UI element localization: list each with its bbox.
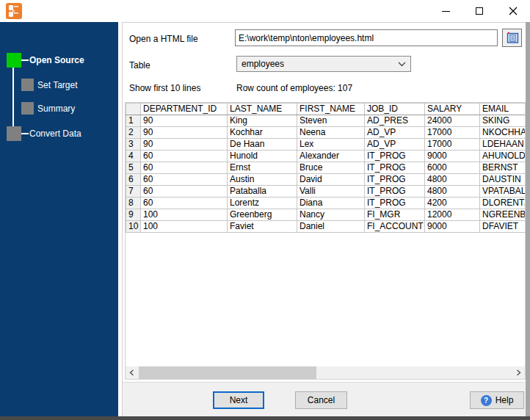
horizontal-scrollbar[interactable] <box>126 366 525 379</box>
browse-button[interactable] <box>502 29 522 47</box>
open-file-dialog-icon <box>506 32 519 44</box>
row-number: 3 <box>126 139 141 151</box>
grid-column-header[interactable]: SALARY <box>425 104 480 115</box>
cell: Lorentz <box>228 198 297 209</box>
cell: 4200 <box>425 198 480 209</box>
close-icon <box>509 7 518 15</box>
scroll-left-button[interactable] <box>126 366 138 379</box>
cell: 60 <box>141 151 228 162</box>
cell: 60 <box>141 162 228 174</box>
cell: 12000 <box>425 209 480 221</box>
row-number: 1 <box>126 115 141 127</box>
scrollbar-thumb[interactable] <box>139 366 316 379</box>
sidebar-item-summary: Summary <box>37 104 75 114</box>
cell: 4800 <box>425 174 480 186</box>
cell: VPATABAL <box>480 186 526 198</box>
table-row[interactable]: 460HunoldAlexanderIT_PROG9000AHUNOLD <box>126 151 526 162</box>
step-indicator-convert-data <box>7 126 21 141</box>
row-number: 10 <box>126 221 141 233</box>
grid-body: 190KingStevenAD_PRES24000SKING290Kochhar… <box>126 115 526 233</box>
row-number: 6 <box>126 174 141 186</box>
maximize-button[interactable] <box>462 0 496 22</box>
help-button-label: Help <box>495 395 514 405</box>
cell: 9000 <box>425 221 480 233</box>
cell: LDEHAAN <box>480 139 526 151</box>
table-row[interactable]: 560ErnstBruceIT_PROG6000BERNST <box>126 162 526 174</box>
cell: 24000 <box>425 115 480 127</box>
row-number: 4 <box>126 151 141 162</box>
cell: 17000 <box>425 139 480 151</box>
minimize-button[interactable] <box>429 0 462 22</box>
table-row[interactable]: 10100FavietDanielFI_ACCOUNT9000DFAVIET <box>126 221 526 233</box>
cell: Alexander <box>297 151 365 162</box>
table-row[interactable]: 660AustinDavidIT_PROG4800DAUSTIN <box>126 174 526 186</box>
cell: Steven <box>297 115 365 127</box>
cell: IT_PROG <box>365 186 425 198</box>
grid-corner <box>126 104 141 115</box>
cell: 90 <box>141 139 228 151</box>
cell: DLORENTZ <box>480 198 526 209</box>
next-button[interactable]: Next <box>213 391 264 409</box>
cell: Valli <box>297 186 365 198</box>
cell: Greenberg <box>228 209 297 221</box>
minimize-icon <box>442 11 450 12</box>
cell: FI_ACCOUNT <box>365 221 425 233</box>
chevron-down-icon <box>398 62 406 67</box>
chevron-right-icon <box>516 369 521 376</box>
grid-column-header[interactable]: FIRST_NAME <box>297 104 365 115</box>
title-bar[interactable] <box>0 0 530 22</box>
data-preview-grid: DEPARTMENT_IDLAST_NAMEFIRST_NAMEJOB_IDSA… <box>125 102 526 380</box>
cell: Austin <box>228 174 297 186</box>
cell: 9000 <box>425 151 480 162</box>
cell: 90 <box>141 115 228 127</box>
cell: SKING <box>480 115 526 127</box>
sidebar-item-open-source: Open Source <box>29 55 84 65</box>
row-number: 5 <box>126 162 141 174</box>
cell: 90 <box>141 127 228 139</box>
table-row[interactable]: 390De HaanLexAD_VP17000LDEHAAN <box>126 139 526 151</box>
window-right-edge <box>526 22 530 416</box>
grid-column-header[interactable]: LAST_NAME <box>228 104 297 115</box>
cell: 100 <box>141 209 228 221</box>
cell: 100 <box>141 221 228 233</box>
cell: Nancy <box>297 209 365 221</box>
row-number: 8 <box>126 198 141 209</box>
button-bar: Next Cancel ? Help <box>123 382 526 416</box>
cell: IT_PROG <box>365 198 425 209</box>
cell: King <box>228 115 297 127</box>
cell: DAUSTIN <box>480 174 526 186</box>
cell: 6000 <box>425 162 480 174</box>
scroll-right-button[interactable] <box>512 366 525 379</box>
table-row[interactable]: 860LorentzDianaIT_PROG4200DLORENTZ <box>126 198 526 209</box>
step-connector-stub <box>21 133 29 134</box>
step-connector-line <box>12 68 14 128</box>
window-controls <box>429 0 530 22</box>
cell: AD_VP <box>365 139 425 151</box>
app-icon <box>6 3 22 19</box>
cancel-button[interactable]: Cancel <box>295 391 347 409</box>
maximize-icon <box>476 7 483 15</box>
row-number: 9 <box>126 209 141 221</box>
table-row[interactable]: 760PataballaValliIT_PROG4800VPATABAL <box>126 186 526 198</box>
cell: Bruce <box>297 162 365 174</box>
grid-column-header[interactable]: EMAIL <box>480 104 526 115</box>
table-select[interactable]: employees <box>236 56 411 72</box>
table-select-value: employees <box>242 59 284 69</box>
cell: 60 <box>141 198 228 209</box>
close-button[interactable] <box>496 0 530 22</box>
wizard-step-panel: Open Source Set Target Summary Convert D… <box>0 22 118 416</box>
step-indicator-summary <box>21 102 34 115</box>
row-number: 7 <box>126 186 141 198</box>
cell: Lex <box>297 139 365 151</box>
grid-column-header[interactable]: DEPARTMENT_ID <box>141 104 228 115</box>
file-path-input[interactable] <box>235 29 498 46</box>
table-row[interactable]: 290KochharNeenaAD_VP17000NKOCHHAR <box>126 127 526 139</box>
cell: Neena <box>297 127 365 139</box>
cell: 4800 <box>425 186 480 198</box>
cell: Hunold <box>228 151 297 162</box>
help-button[interactable]: ? Help <box>470 391 524 409</box>
cell: Pataballa <box>228 186 297 198</box>
grid-column-header[interactable]: JOB_ID <box>365 104 425 115</box>
table-row[interactable]: 9100GreenbergNancyFI_MGR12000NGREENBE <box>126 209 526 221</box>
table-row[interactable]: 190KingStevenAD_PRES24000SKING <box>126 115 526 127</box>
